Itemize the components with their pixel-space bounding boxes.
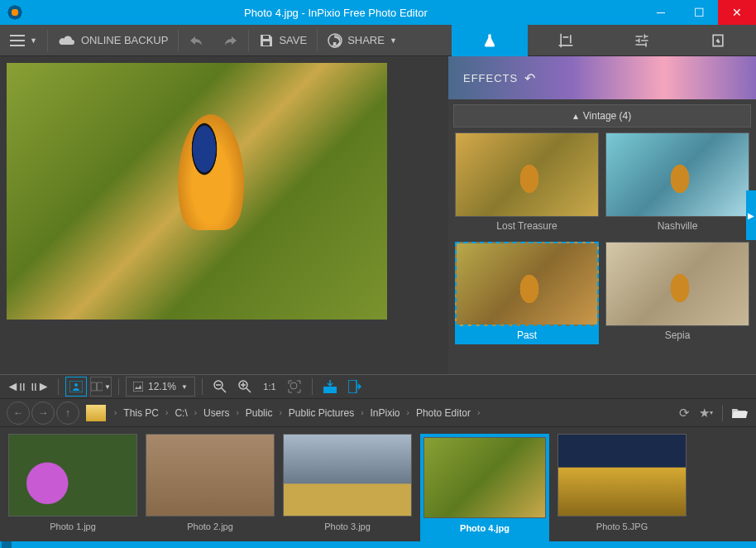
thumbnail-image	[557, 434, 687, 517]
effect-nashville[interactable]: Nashville	[605, 132, 749, 235]
undo-icon	[189, 35, 203, 46]
app-icon	[7, 4, 23, 21]
svg-rect-6	[98, 382, 103, 391]
share-icon	[328, 33, 342, 48]
nav-forward-button[interactable]: →	[31, 401, 55, 425]
svg-line-9	[222, 388, 226, 392]
thumbnail-image	[283, 434, 412, 517]
import-button[interactable]	[319, 377, 341, 397]
prev-image-button[interactable]: ◄ιι	[5, 377, 26, 397]
person-icon	[69, 381, 83, 392]
crumb-photo-editor[interactable]: Photo Editor	[413, 407, 474, 419]
refresh-button[interactable]: ⟳	[674, 403, 694, 423]
flask-icon	[481, 32, 498, 49]
effect-sepia[interactable]: Sepia	[605, 242, 749, 344]
canvas-area	[0, 56, 448, 374]
zoom-actual-button[interactable]: 1:1	[259, 377, 280, 397]
tab-adjust[interactable]	[604, 25, 680, 56]
zoom-in-button[interactable]	[234, 377, 256, 397]
svg-point-4	[74, 383, 78, 387]
minimize-button[interactable]: ─	[642, 0, 680, 25]
nav-back-button[interactable]: ←	[7, 401, 30, 425]
hamburger-icon	[10, 35, 25, 46]
effect-thumbnail	[605, 132, 749, 217]
thumb-photo-4[interactable]: Photo 4.jpg	[420, 434, 549, 541]
online-backup-button[interactable]: ONLINE BACKUP	[48, 25, 178, 56]
export-icon	[348, 380, 361, 393]
window-title: Photo 4.jpg - InPixio Free Photo Editor	[30, 7, 642, 19]
svg-rect-16	[323, 387, 337, 393]
chevron-right-icon: ›	[112, 408, 118, 417]
undo-button[interactable]	[179, 25, 213, 56]
titlebar: Photo 4.jpg - InPixio Free Photo Editor …	[0, 0, 756, 25]
svg-point-15	[290, 382, 297, 389]
svg-rect-5	[91, 382, 96, 391]
zoom-level-dropdown[interactable]: 12.1% ▼	[126, 377, 195, 397]
favorite-button[interactable]: ★▾	[696, 403, 715, 423]
thumb-photo-2[interactable]: Photo 2.jpg	[146, 434, 275, 541]
svg-rect-17	[348, 380, 356, 393]
nav-up-button[interactable]: ↑	[56, 401, 79, 425]
zoom-out-icon	[213, 379, 227, 394]
zoom-in-icon	[237, 379, 252, 394]
effect-past[interactable]: Past	[455, 242, 599, 344]
crumb-users[interactable]: Users	[200, 407, 232, 419]
svg-rect-7	[133, 382, 143, 392]
main-toolbar: ▼ ONLINE BACKUP SAVE SHARE ▼	[0, 25, 756, 56]
svg-rect-2	[10, 45, 25, 46]
zoom-out-button[interactable]	[209, 377, 231, 397]
next-image-button[interactable]: ιι►	[30, 377, 51, 397]
effect-lost-treasure[interactable]: Lost Treasure	[455, 132, 599, 235]
crumb-public-pictures[interactable]: Public Pictures	[285, 407, 357, 419]
thumb-photo-5[interactable]: Photo 5.JPG	[557, 434, 687, 541]
menu-button[interactable]: ▼	[0, 25, 47, 56]
crumb-drive[interactable]: C:\	[171, 407, 190, 419]
chevron-up-icon: ▴	[573, 110, 578, 122]
folder-icon	[86, 405, 106, 421]
thumbnail-image	[8, 434, 137, 517]
effects-header: EFFECTS ↶	[448, 56, 756, 99]
zoom-fit-button[interactable]	[284, 377, 305, 397]
open-folder-icon	[731, 407, 748, 419]
effect-thumbnail	[605, 242, 749, 326]
breadcrumb-bar: ← → ↑ › This PC › C:\ › Users › Public ›…	[0, 399, 756, 427]
zoom-toolbar: ◄ιι ιι► ▼ 12.1% ▼ 1:1	[0, 374, 756, 399]
redo-icon	[223, 35, 238, 46]
svg-rect-1	[10, 40, 25, 41]
cloud-icon	[58, 34, 76, 47]
thumbnail-strip: Photo 1.jpg Photo 2.jpg Photo 3.jpg Phot…	[0, 427, 756, 541]
share-button[interactable]: SHARE ▼	[318, 25, 407, 56]
panel-expand-handle[interactable]: ▶	[746, 190, 756, 240]
export-button[interactable]	[344, 377, 366, 397]
crumb-this-pc[interactable]: This PC	[120, 407, 162, 419]
thumb-photo-3[interactable]: Photo 3.jpg	[283, 434, 412, 541]
crumb-public[interactable]: Public	[242, 407, 276, 419]
maximize-button[interactable]: ☐	[680, 0, 718, 25]
compare-view-button[interactable]: ▼	[90, 377, 112, 397]
svg-line-12	[246, 388, 251, 392]
svg-rect-0	[10, 35, 25, 36]
save-icon	[259, 33, 274, 48]
single-view-button[interactable]	[65, 377, 87, 397]
close-button[interactable]: ✕	[718, 0, 756, 25]
thumbnail-image	[423, 437, 546, 518]
main-image[interactable]	[7, 63, 387, 320]
thumbnail-image	[146, 434, 275, 517]
open-folder-button[interactable]	[730, 403, 749, 423]
import-icon	[323, 380, 337, 393]
tab-crop[interactable]	[528, 25, 604, 56]
effect-thumbnail	[455, 132, 599, 217]
tab-frames[interactable]	[680, 25, 756, 56]
crop-icon	[557, 32, 574, 49]
effects-undo-icon[interactable]: ↶	[524, 70, 535, 86]
thumb-photo-1[interactable]: Photo 1.jpg	[8, 434, 137, 541]
redo-button[interactable]	[213, 25, 248, 56]
save-button[interactable]: SAVE	[249, 25, 317, 56]
tab-effects[interactable]	[452, 25, 528, 56]
effects-panel: EFFECTS ↶ ▴ Vintage (4) Lost Treasure Na…	[448, 56, 756, 374]
status-bar	[0, 541, 756, 548]
effects-category-toggle[interactable]: ▴ Vintage (4)	[453, 104, 751, 127]
frame-icon	[710, 32, 726, 49]
crumb-inpixio[interactable]: InPixio	[367, 407, 404, 419]
compare-icon	[91, 381, 103, 392]
